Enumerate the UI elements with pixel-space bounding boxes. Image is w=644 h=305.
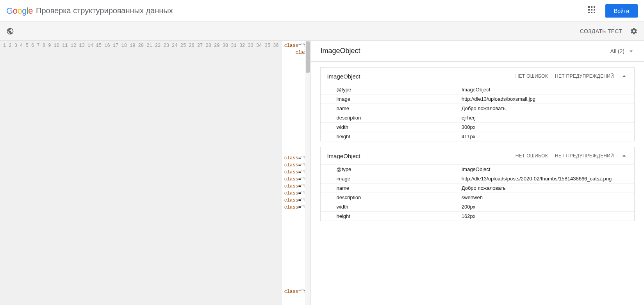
results-header: ImageObject All (2): [311, 41, 644, 62]
property-row[interactable]: descriptionswehweh: [321, 193, 634, 202]
scrollbar[interactable]: [305, 41, 310, 305]
property-key: height: [336, 134, 461, 139]
property-row[interactable]: @typeImageObject: [321, 85, 634, 94]
result-item: ImageObjectНЕТ ОШИБОКНЕТ ПРЕДУПРЕЖДЕНИЙ@…: [320, 147, 635, 221]
property-value: 300px: [462, 124, 634, 130]
property-row[interactable]: height162px: [321, 211, 634, 221]
toolbar: СОЗДАТЬ ТЕСТ: [0, 22, 644, 41]
globe-icon[interactable]: [6, 27, 14, 35]
header: Google Проверка структурированных данных…: [0, 0, 644, 22]
status-no-warnings: НЕТ ПРЕДУПРЕЖДЕНИЙ: [555, 73, 614, 79]
property-key: @type: [336, 87, 461, 93]
property-row[interactable]: nameДобро пожаловать: [321, 103, 634, 113]
chevron-down-icon: [628, 48, 635, 55]
property-value: 411px: [462, 134, 634, 139]
property-table: @typeImageObjectimagehttp://dle13/upload…: [321, 164, 634, 221]
result-item-title: ImageObject: [327, 73, 360, 80]
property-row[interactable]: imagehttp://dle13/uploads/boxsmall.jpg: [321, 94, 634, 103]
property-table: @typeImageObjectimagehttp://dle13/upload…: [321, 85, 634, 141]
property-row[interactable]: @typeImageObject: [321, 164, 634, 174]
chevron-up-icon: [620, 72, 628, 80]
property-key: image: [336, 176, 461, 182]
property-value: 162px: [462, 213, 634, 219]
property-value: 200px: [462, 204, 634, 210]
property-value: Добро пожаловать: [462, 105, 634, 111]
scrollbar-thumb[interactable]: [306, 41, 310, 73]
status-no-errors: НЕТ ОШИБОК: [516, 153, 548, 159]
result-item: ImageObjectНЕТ ОШИБОКНЕТ ПРЕДУПРЕЖДЕНИЙ@…: [320, 67, 635, 141]
results-filter-label: All (2): [610, 48, 624, 54]
property-value: http://dle13/uploads/posts/2020-02/thumb…: [462, 176, 634, 182]
result-item-header[interactable]: ImageObjectНЕТ ОШИБОКНЕТ ПРЕДУПРЕЖДЕНИЙ: [321, 147, 634, 164]
results-filter-dropdown[interactable]: All (2): [610, 48, 635, 55]
property-value: swehweh: [462, 194, 634, 200]
property-row[interactable]: descriptionejrherj: [321, 113, 634, 122]
google-logo: Google: [6, 6, 33, 16]
property-row[interactable]: nameДобро пожаловать: [321, 183, 634, 193]
chevron-up-icon: [620, 152, 628, 160]
property-key: description: [336, 115, 461, 121]
property-value: ImageObject: [462, 166, 634, 172]
property-key: image: [336, 96, 461, 102]
property-key: name: [336, 105, 461, 111]
main: 1 2 3 4 5 6 7 8 9 10 11 12 13 14 15 16 1…: [0, 41, 644, 305]
property-key: name: [336, 185, 461, 191]
property-key: height: [336, 213, 461, 219]
status-no-warnings: НЕТ ПРЕДУПРЕЖДЕНИЙ: [555, 153, 614, 159]
logo[interactable]: Google Проверка структурированных данных: [6, 6, 173, 16]
gear-icon[interactable]: [630, 27, 638, 35]
results-title: ImageObject: [320, 47, 360, 55]
property-value: ImageObject: [462, 87, 634, 93]
property-row[interactable]: height411px: [321, 132, 634, 141]
result-item-header[interactable]: ImageObjectНЕТ ОШИБОКНЕТ ПРЕДУПРЕЖДЕНИЙ: [321, 68, 634, 85]
property-value: http://dle13/uploads/boxsmall.jpg: [462, 96, 634, 102]
property-key: @type: [336, 166, 461, 172]
line-gutter: 1 2 3 4 5 6 7 8 9 10 11 12 13 14 15 16 1…: [0, 41, 282, 305]
property-row[interactable]: imagehttp://dle13/uploads/posts/2020-02/…: [321, 174, 634, 183]
property-key: description: [336, 194, 461, 200]
property-row[interactable]: width200px: [321, 202, 634, 211]
status-no-errors: НЕТ ОШИБОК: [516, 73, 548, 79]
property-key: width: [336, 124, 461, 130]
property-row[interactable]: width300px: [321, 122, 634, 132]
property-value: ejrherj: [462, 115, 634, 121]
code-panel: 1 2 3 4 5 6 7 8 9 10 11 12 13 14 15 16 1…: [0, 41, 311, 305]
result-item-title: ImageObject: [327, 153, 360, 159]
apps-icon[interactable]: [588, 6, 598, 16]
results-panel: ImageObject All (2) ImageObjectНЕТ ОШИБО…: [311, 41, 644, 305]
new-test-button[interactable]: СОЗДАТЬ ТЕСТ: [580, 28, 622, 34]
property-key: width: [336, 204, 461, 210]
app-title: Проверка структурированных данных: [36, 6, 173, 15]
signin-button[interactable]: Войти: [605, 4, 638, 18]
property-value: Добро пожаловать: [462, 185, 634, 191]
